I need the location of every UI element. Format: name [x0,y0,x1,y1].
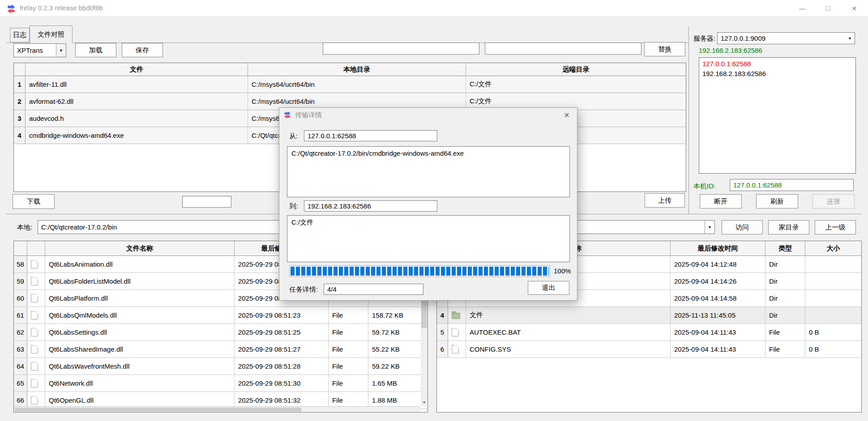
local-path-label: 本地: [17,223,32,232]
local-id-label: 本机ID: [693,182,715,191]
row-number: 5 [437,324,448,340]
from-field[interactable]: 127.0.0.1:62588 [304,130,437,141]
file-icon-cell [27,341,45,357]
task-detail-label: 任务详情: [289,285,318,294]
local-dir-cell: C:/msys64/ucrt64/bin [248,76,466,93]
local-file-row[interactable]: 63 Qt6LabsSharedImage.dll 2025-09-29 08:… [14,341,428,358]
file-icon [31,396,38,404]
header-corner [14,241,27,255]
progress-percent: 100% [554,267,571,275]
local-file-row[interactable]: 64 Qt6LabsWavefrontMesh.dll 2025-09-29 0… [14,358,428,375]
local-file-row[interactable]: 65 Qt6Network.dll 2025-09-29 08:51:30 Fi… [14,375,428,392]
filename-cell: 文件 [466,307,671,323]
dest-path-textarea[interactable]: C:/文件 [287,215,570,262]
remote-file-row-selected[interactable]: 4 文件 2025-11-13 11:45:05 Dir [437,307,861,324]
type-cell: File [329,375,368,391]
refresh-button[interactable]: 刷新 [756,194,798,208]
file-icon-cell [27,307,45,323]
file-icon [31,362,38,370]
size-cell: 0 B [805,341,861,357]
chevron-down-icon[interactable]: ▼ [845,33,855,44]
scrollbar-thumb[interactable] [421,300,427,328]
connect-button[interactable]: 连接 [812,194,855,208]
file-cell: avformat-62.dll [26,93,248,110]
row-number: 64 [14,358,27,374]
close-button[interactable]: ✕ [846,0,862,17]
replace-input[interactable] [485,43,641,55]
client-list[interactable]: 127.0.0.1:62588 192.168.2.183:62586 [699,57,856,174]
file-icon [31,345,38,353]
local-file-row[interactable]: 61 Qt6LabsQmlModels.dll 2025-09-29 08:51… [14,307,428,324]
exit-button[interactable]: 退出 [528,281,569,295]
col-mtime[interactable]: 最后修改时间 [671,241,765,255]
remote-file-row[interactable]: 5 AUTOEXEC.BAT 2025-09-04 14:11:43 File … [437,324,861,341]
to-field[interactable]: 192.168.2.183:62586 [304,200,437,212]
source-path-textarea[interactable]: C:/Qt/qtcreator-17.0.2/bin/cmdbridge-win… [287,146,570,197]
remote-file-row[interactable]: 6 CONFIG.SYS 2025-09-04 14:11:43 File 0 … [437,341,861,358]
search-input[interactable] [323,43,479,55]
row-number: 61 [14,307,27,323]
download-button[interactable]: 下载 [13,194,55,209]
size-cell [805,290,861,306]
file-icon-cell [448,324,466,340]
col-filename[interactable]: 文件名称 [45,241,235,255]
mtime-cell: 2025-09-04 14:14:58 [671,290,765,306]
size-cell [805,256,861,272]
maximize-button[interactable]: □ [820,0,836,17]
file-icon-cell [27,324,45,340]
mtime-cell: 2025-09-29 08:51:28 [235,358,329,374]
progress-bar [289,265,550,277]
upload-button[interactable]: 上传 [645,193,685,208]
size-cell [805,273,861,289]
folder-icon [452,313,460,319]
disconnect-button[interactable]: 断开 [700,194,742,208]
col-size[interactable]: 大小 [805,241,861,255]
client-list-item[interactable]: 127.0.0.1:62588 [702,59,852,69]
chevron-down-icon[interactable]: ▼ [56,44,66,57]
chevron-down-icon[interactable]: ▼ [705,221,714,234]
dialog-close-icon[interactable]: ✕ [560,111,573,119]
file-icon [31,277,38,285]
col-remote-dir[interactable]: 远端目录 [466,63,686,76]
type-cell: File [329,341,368,357]
horizontal-scrollbar[interactable] [14,406,420,412]
up-level-button[interactable]: 上一级 [815,220,856,234]
from-label: 从: [289,132,298,140]
mtime-cell: 2025-09-29 08:51:23 [235,307,329,323]
size-cell: 59.22 KB [368,358,428,374]
col-local-dir[interactable]: 本地目录 [248,63,466,76]
visit-button[interactable]: 访问 [722,220,763,234]
local-id-field[interactable]: 127.0.0.1:62588 [730,179,854,191]
row-number: 59 [14,273,27,289]
compare-row[interactable]: 1 avfilter-11.dll C:/msys64/ucrt64/bin C… [14,76,686,93]
window-title: frelay 0.2.3 release bbd0f8b [20,4,103,12]
save-button[interactable]: 保存 [122,43,163,57]
row-number: 6 [437,341,448,357]
client-list-item[interactable]: 192.168.2.183:62586 [702,69,852,79]
header-corner [14,63,26,76]
scrollbar-thumb[interactable] [15,408,301,412]
replace-button[interactable]: 替换 [644,42,685,56]
header-icon-col [27,241,45,255]
row-number: 62 [14,324,27,340]
server-value: 127.0.0.1:9009 [718,34,845,42]
mtime-cell: 2025-09-29 08:51:25 [235,324,329,340]
mtime-cell: 2025-09-04 14:12:48 [671,256,765,272]
tab-log[interactable]: 日志 [10,28,30,43]
col-file[interactable]: 文件 [26,63,248,76]
title-bar: frelay 0.2.3 release bbd0f8b — □ ✕ [0,0,868,17]
minimize-button[interactable]: — [794,0,810,17]
filter-input[interactable] [182,196,231,208]
tab-file-compare[interactable]: 文件对照 [30,26,73,43]
task-detail-field[interactable]: 4/4 [324,284,423,295]
scroll-down-icon[interactable]: ▼ [421,399,428,406]
type-cell: Dir [765,290,805,306]
load-button[interactable]: 加载 [75,43,116,57]
preset-combobox[interactable]: XPTrans ▼ [13,43,66,57]
server-combobox[interactable]: 127.0.0.1:9009 ▼ [717,32,855,44]
local-file-row[interactable]: 62 Qt6LabsSettings.dll 2025-09-29 08:51:… [14,324,428,341]
home-dir-button[interactable]: 家目录 [768,220,809,234]
col-type[interactable]: 类型 [765,241,805,255]
filename-cell: AUTOEXEC.BAT [466,324,671,340]
filename-cell: Qt6LabsPlatform.dll [45,290,235,306]
